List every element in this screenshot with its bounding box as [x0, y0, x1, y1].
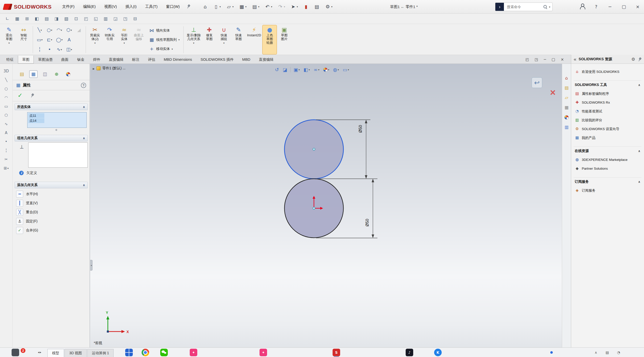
dropdown-caret-icon[interactable] [61, 29, 62, 32]
help-button[interactable]: ? [593, 4, 599, 10]
dropdown-caret-icon[interactable] [299, 68, 300, 71]
dropdown-caret-icon[interactable] [178, 38, 180, 41]
dropdown-caret-icon[interactable] [61, 38, 63, 41]
tab-weldments[interactable]: 焊件 [89, 55, 105, 64]
taskbar-app-wechat[interactable] [160, 349, 168, 356]
taskbar-app-notification[interactable]: 2 [12, 349, 19, 356]
quick-tool-button[interactable]: ∟ [4, 15, 11, 22]
menu-item[interactable]: 编辑(E) [83, 4, 96, 9]
pane-split-icon[interactable]: ◰ [526, 57, 529, 62]
section-existing-relations[interactable]: 现有几何关系 [15, 135, 88, 141]
taskbar-app-tiktok[interactable]: ♪ [406, 349, 413, 356]
rectangle-tool-button[interactable]: ▭ [35, 36, 44, 44]
exit-sketch-button[interactable]: ✎ 退出 草图 [2, 25, 16, 54]
taskbar-app-blue-tiles[interactable] [125, 349, 133, 356]
dimension-label-top[interactable]: Ø50 [358, 125, 363, 133]
record-indicator[interactable]: ▮ [302, 2, 310, 11]
quick-tool-button[interactable]: ◧ [33, 15, 41, 22]
tab-direct-editing-2[interactable]: 直接编辑 [255, 55, 278, 64]
keep-visible-pin-icon[interactable] [29, 92, 35, 98]
slot-tool-button[interactable]: ⊏ [45, 36, 54, 44]
hud-separator[interactable] [290, 67, 291, 72]
dropdown-caret-icon[interactable] [271, 5, 272, 8]
section-add-relations[interactable]: 添加几何关系 [15, 182, 88, 188]
convert-entities-button[interactable]: ↷ 转换实 引用 [103, 25, 117, 54]
doc-close-button[interactable]: × [561, 57, 564, 62]
resource-settings-wizard[interactable]: ⚙ SOLIDWORKS 设置向导 [574, 125, 641, 133]
user-account-button[interactable] [579, 4, 585, 10]
tab-features[interactable]: 特征 [2, 55, 18, 64]
strip-polygon-button[interactable]: ⬡ [2, 112, 11, 118]
model-tab-motion-study[interactable]: 运动算例 1 [87, 349, 114, 357]
confirm-exit-sketch-button[interactable]: ↩ [532, 77, 542, 88]
task-tab-design-library[interactable]: ▤ [563, 84, 570, 91]
line-tool-button[interactable]: ╲ [35, 26, 44, 34]
section-view-button[interactable]: ◪ [282, 66, 288, 73]
fillet-tool-button[interactable]: ◢ [74, 26, 84, 34]
section-selected-entities[interactable]: 所选实体 [15, 104, 88, 110]
dropdown-caret-icon[interactable] [51, 38, 52, 41]
model-tab-3d-views[interactable]: 3D 视图 [65, 349, 87, 357]
part-tree-label[interactable]: 零件1 (默认) ... [102, 66, 126, 71]
task-tab-file-explorer[interactable]: ▱ [563, 94, 570, 101]
resource-compare-scores[interactable]: ▥ 比较我的评分 [574, 116, 641, 125]
strip-3d-sketch-button[interactable]: 3D [2, 68, 11, 74]
dropdown-caret-icon[interactable] [71, 48, 72, 51]
resource-section-subscription[interactable]: 订阅服务 ∧ [574, 177, 641, 186]
sketch-canvas[interactable]: Ø50 Ø50 [90, 64, 562, 347]
redo-button[interactable]: ↷ [276, 2, 286, 11]
dropdown-caret-icon[interactable] [338, 68, 339, 71]
options-button[interactable]: ⚙ [324, 2, 334, 11]
relation-fix-button[interactable]: ⚓ 固定(F) [15, 217, 87, 226]
taskbar-app-pink-2[interactable]: ✦ [260, 349, 267, 356]
strip-more-button[interactable]: ⊞ [2, 165, 11, 171]
taskbar-app-solidworks[interactable]: S [333, 349, 340, 356]
quick-tool-button[interactable]: ◳ [121, 15, 129, 22]
quick-snaps-button[interactable]: ∪ 快速 捕捉 [217, 25, 231, 54]
shaded-sketch-contours-button[interactable]: ● 上色 草图 轮廓 [263, 25, 277, 54]
dropdown-caret-icon[interactable] [331, 5, 333, 8]
edit-appearance-button[interactable] [323, 66, 330, 73]
taskbar-app-pink-1[interactable]: ✦ [190, 349, 197, 356]
strip-point-button[interactable]: • [2, 138, 11, 145]
trim-entities-button[interactable]: ✂ 剪裁实 体(J) [88, 25, 102, 54]
resource-subscription-services[interactable]: ◈ 订阅服务 [574, 186, 641, 195]
list-resize-grip[interactable] [55, 129, 57, 131]
maximize-button[interactable]: ▢ [621, 4, 627, 10]
resource-section-online[interactable]: 在线资源 ∧ [574, 146, 641, 155]
3dexperience-search-icon[interactable]: › [495, 3, 504, 11]
dropdown-caret-icon[interactable] [172, 48, 173, 50]
strip-trim-button[interactable]: ✂ [2, 156, 11, 163]
tab-sketch[interactable]: 草图 [18, 55, 34, 64]
menu-item[interactable]: 插入(I) [125, 4, 137, 9]
existing-relations-list[interactable] [28, 142, 88, 168]
dropdown-caret-icon[interactable] [41, 29, 42, 32]
tray-indicator-dot[interactable] [550, 351, 553, 354]
quick-tool-button[interactable]: ◱ [92, 15, 100, 22]
flyout-arrow-icon[interactable] [93, 66, 95, 70]
gear-icon[interactable] [631, 57, 635, 62]
search-caret-icon[interactable] [549, 6, 550, 8]
tray-icon-2[interactable]: ▤ [603, 349, 611, 356]
print-button[interactable]: ▤ [251, 2, 260, 11]
search-icon[interactable] [543, 5, 548, 9]
display-style-button[interactable]: ◧ [303, 66, 311, 73]
task-tab-resources[interactable]: ⌂ [563, 74, 570, 81]
dropdown-caret-icon[interactable] [123, 42, 125, 44]
relation-vertical-button[interactable]: ┃ 竖直(V) [15, 199, 87, 207]
dropdown-caret-icon[interactable] [219, 5, 221, 8]
tab-addins[interactable]: SOLIDWORKS 插件 [196, 55, 238, 64]
search-input[interactable] [505, 5, 542, 9]
polygon-tool-button[interactable]: ⬡ [65, 26, 74, 34]
tab-evaluate[interactable]: 评估 [144, 55, 159, 64]
mirror-entities-button[interactable]: ⋈ 镜向实体 [148, 26, 181, 35]
strip-arc-button[interactable]: ◠ [2, 94, 11, 101]
display-delete-relations-button[interactable]: ⊥ 显示/删除 几何关系 [186, 25, 202, 54]
instant2d-button[interactable]: ⚡ Instant2D [246, 25, 262, 54]
cancel-sketch-button[interactable] [548, 88, 557, 97]
sketch-picture-button[interactable]: ▣ 草图 图片 [277, 25, 291, 54]
point-tool-button[interactable]: • [45, 45, 54, 54]
task-list-button[interactable]: ▤ [313, 2, 321, 11]
strip-text-button[interactable]: A [2, 130, 11, 136]
selected-entity[interactable]: 点11 [28, 113, 44, 118]
